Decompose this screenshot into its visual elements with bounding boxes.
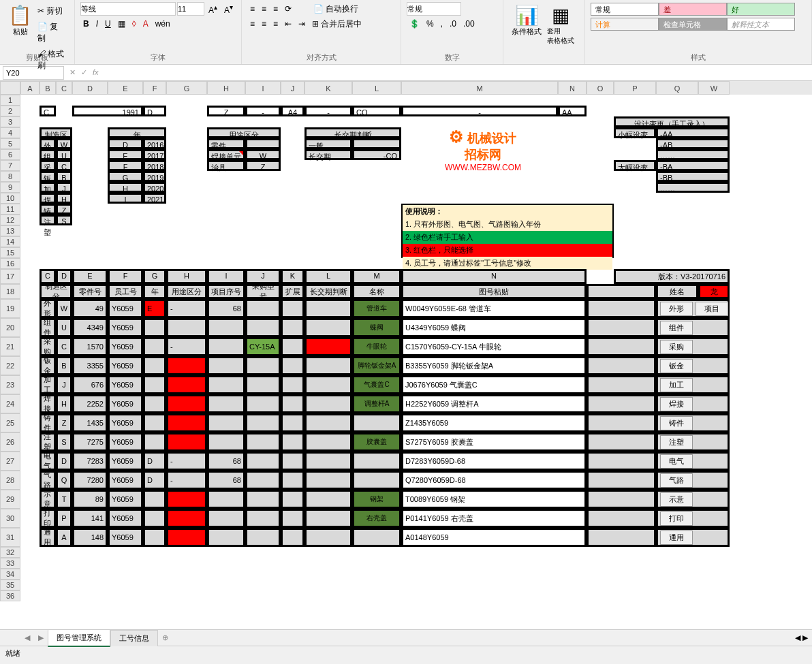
main-paste[interactable]: B3355Y6059 脚轮钣金架A (403, 358, 585, 374)
select-all-corner[interactable] (0, 81, 20, 95)
main-ext[interactable] (282, 396, 303, 412)
main-usage[interactable]: - (168, 453, 206, 469)
fx-icon[interactable]: fx (93, 68, 99, 77)
main-year[interactable] (144, 510, 165, 526)
main-model[interactable] (247, 415, 279, 431)
main-year[interactable] (144, 377, 165, 393)
column-header[interactable]: P (614, 81, 656, 95)
main-delivery[interactable] (306, 529, 351, 546)
main-mfg[interactable]: 气路 (41, 472, 54, 488)
main-part[interactable]: 7275 (74, 434, 106, 450)
cancel-formula-icon[interactable]: ✕ (69, 68, 76, 77)
main-usage[interactable]: - (168, 300, 206, 317)
main-item-name[interactable]: 气囊盖C (354, 377, 400, 393)
main-usage[interactable] (168, 358, 206, 374)
number-format-select[interactable] (407, 2, 461, 16)
main-year[interactable] (144, 396, 165, 412)
main-mfg[interactable]: 钣金 (41, 358, 54, 374)
main-year[interactable] (144, 319, 165, 336)
main-proj[interactable] (208, 338, 244, 355)
main-paste[interactable]: P0141Y6059 右壳盖 (403, 510, 585, 526)
main-delivery[interactable] (306, 415, 351, 431)
main-model[interactable] (247, 529, 279, 546)
main-ext[interactable] (282, 358, 303, 374)
column-header[interactable]: G (166, 81, 207, 95)
main-proj[interactable] (208, 396, 244, 412)
main-year[interactable] (144, 434, 165, 450)
action-button[interactable]: 气路 (660, 473, 693, 488)
italic-button[interactable]: I (93, 18, 101, 30)
ref-cell[interactable]: - (247, 107, 279, 115)
main-part[interactable]: 7280 (74, 472, 106, 488)
row-header[interactable]: 32 (0, 547, 20, 558)
main-year[interactable]: D (144, 453, 165, 469)
main-year[interactable] (144, 358, 165, 374)
main-paste[interactable]: A0148Y6059 (403, 529, 585, 546)
main-usage[interactable] (168, 415, 206, 431)
row-header[interactable]: 33 (0, 558, 20, 569)
main-ext[interactable] (282, 300, 303, 317)
main-model[interactable] (247, 491, 279, 507)
action-button[interactable]: 电气 (660, 454, 693, 469)
main-proj[interactable] (208, 319, 244, 336)
main-item-name[interactable]: 蝶阀 (354, 319, 400, 336)
main-part[interactable]: 2252 (74, 396, 106, 412)
main-delivery[interactable] (306, 377, 351, 393)
conditional-format-button[interactable]: 📊 条件格式 (509, 1, 544, 52)
cut-button[interactable]: ✂ 剪切 (35, 4, 69, 18)
action-button[interactable]: 采购 (660, 340, 693, 354)
row-header[interactable]: 31 (0, 528, 20, 547)
font-color-button[interactable]: A (140, 18, 151, 30)
action-button[interactable]: 项目 (696, 302, 728, 316)
column-header[interactable]: D (72, 81, 108, 95)
tab-nav-next-icon[interactable]: ▶ (34, 633, 48, 642)
main-paste[interactable]: J0676Y6059 气囊盖C (403, 377, 585, 393)
main-usage[interactable]: - (168, 338, 206, 355)
row-header[interactable]: 5 (0, 138, 20, 149)
main-delivery[interactable] (306, 358, 351, 374)
row-header[interactable]: 7 (0, 160, 20, 171)
main-usage[interactable]: - (168, 472, 206, 488)
main-usage[interactable] (168, 491, 206, 507)
row-header[interactable]: 8 (0, 171, 20, 182)
main-mfg[interactable]: 组件 (41, 319, 54, 336)
ref-cell[interactable]: A4 (282, 107, 303, 115)
hscroll-left-icon[interactable]: ◀ (795, 633, 800, 642)
row-header[interactable]: 26 (0, 432, 20, 452)
row-header[interactable]: 21 (0, 337, 20, 356)
row-header[interactable]: 4 (0, 127, 20, 138)
ref-cell[interactable]: D (144, 107, 165, 115)
action-button[interactable]: 加工 (660, 378, 693, 392)
main-usage[interactable] (168, 377, 206, 393)
main-proj[interactable] (208, 434, 244, 450)
action-button[interactable]: 示意 (660, 492, 693, 507)
column-header[interactable]: E (108, 81, 143, 95)
align-bottom-icon[interactable]: ≡ (270, 3, 281, 15)
align-right-icon[interactable]: ≡ (270, 18, 281, 30)
main-paste[interactable]: T0089Y6059 钢架 (403, 491, 585, 507)
align-center-icon[interactable]: ≡ (259, 18, 269, 30)
main-paste[interactable]: U4349Y6059 蝶阀 (403, 319, 585, 336)
main-year[interactable] (144, 338, 165, 355)
row-header[interactable]: 16 (0, 258, 20, 269)
main-model[interactable] (247, 453, 279, 469)
main-proj[interactable] (208, 510, 244, 526)
main-item-name[interactable]: 钢架 (354, 491, 400, 507)
style-check[interactable]: 检查单元格 (659, 18, 727, 31)
main-model[interactable]: CY-15A (247, 338, 279, 355)
row-header[interactable]: 17 (0, 269, 20, 284)
main-ext[interactable] (282, 472, 303, 488)
comma-icon[interactable]: , (438, 18, 446, 30)
main-ext[interactable] (282, 415, 303, 431)
main-year[interactable] (144, 529, 165, 546)
row-header[interactable]: 3 (0, 116, 20, 127)
font-size-select[interactable] (177, 2, 204, 16)
font-name-select[interactable] (80, 2, 176, 16)
main-part[interactable]: 141 (74, 510, 106, 526)
row-header[interactable]: 2 (0, 106, 20, 116)
main-item-name[interactable]: 胶囊盖 (354, 434, 400, 450)
column-header[interactable]: H (207, 81, 245, 95)
wrap-text-button[interactable]: 📄 自动换行 (311, 2, 361, 16)
main-item-name[interactable]: 脚轮钣金架A (354, 358, 400, 374)
row-header[interactable]: 30 (0, 509, 20, 528)
